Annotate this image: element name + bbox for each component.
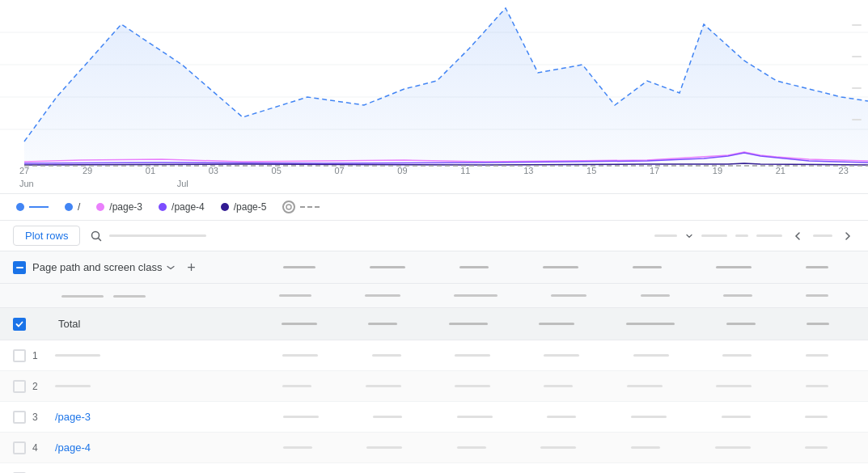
header-col-7 (806, 266, 828, 268)
row-3-right (256, 416, 855, 418)
chart-area: 27 29 01 03 05 07 09 11 13 15 17 19 21 2… (0, 0, 868, 194)
dashed-legend-line (300, 206, 320, 208)
x-label-19: 19 (713, 166, 722, 175)
row-1-checkbox[interactable] (13, 349, 26, 362)
row-2-num: 2 (32, 381, 49, 392)
header-col-5 (633, 266, 662, 268)
svg-line-6 (99, 238, 101, 240)
legend-item-page4: /page-4 (159, 201, 205, 213)
row-4-right (256, 446, 855, 449)
header-col-3 (459, 266, 489, 268)
plot-rows-button[interactable]: Plot rows (13, 226, 80, 246)
dimension-header: Page path and screen class (32, 261, 176, 273)
x-label-23: 23 (839, 166, 849, 175)
x-label-15: 15 (586, 166, 596, 175)
row-2-left: 2 (13, 380, 256, 393)
row-3-checkbox[interactable] (13, 411, 26, 424)
page3-legend-label: /page-3 (109, 201, 142, 213)
slash-legend-dot (65, 203, 73, 211)
toolbar-left: Plot rows (13, 226, 206, 246)
chart-svg (0, 0, 868, 174)
table-row: 3 /page-3 (0, 402, 868, 433)
row-1-num: 1 (32, 350, 49, 361)
header-checkbox[interactable] (13, 261, 26, 274)
row-4-label[interactable]: /page-4 (55, 441, 91, 454)
x-label-01: 01 (146, 166, 155, 175)
toolbar: Plot rows (0, 221, 868, 251)
search-container (90, 230, 206, 243)
table-row: 5 /page-5 (0, 463, 868, 473)
row-2-checkbox[interactable] (13, 380, 26, 393)
dropdown-chevron-icon[interactable] (165, 262, 176, 273)
month-jun: Jun (19, 179, 144, 188)
legend-item-page3: /page-3 (96, 201, 142, 213)
row-3-num: 3 (32, 412, 49, 423)
blue-legend-dot (16, 203, 24, 211)
pagination-total (756, 234, 782, 237)
x-label-29: 29 (83, 166, 92, 175)
table-row: 4 /page-4 (0, 433, 868, 463)
row-1-right (256, 354, 855, 357)
pagination-placeholder1 (654, 234, 677, 237)
header-left: Page path and screen class + (13, 260, 256, 276)
toolbar-right (654, 229, 855, 243)
search-placeholder (109, 234, 206, 237)
gear-settings-icon[interactable] (282, 201, 295, 213)
sub-header-left (36, 294, 252, 298)
row-4-left: 4 /page-4 (13, 441, 256, 454)
search-icon[interactable] (90, 230, 103, 243)
legend: / /page-3 /page-4 /page-5 (0, 194, 868, 221)
page4-legend-label: /page-4 (171, 201, 205, 213)
month-labels: Jun Jul (19, 179, 849, 188)
header-right-cols (256, 266, 855, 268)
next-page-button[interactable] (840, 229, 855, 243)
x-label-07: 07 (334, 166, 344, 175)
total-row-left: Total (13, 318, 256, 331)
dropdown-arrow[interactable] (685, 232, 693, 240)
prev-page-button[interactable] (790, 229, 805, 243)
pagination-of (735, 234, 748, 237)
row-4-num: 4 (32, 442, 49, 454)
header-col-2 (370, 266, 405, 268)
svg-point-4 (286, 205, 291, 209)
x-label-21: 21 (776, 166, 785, 175)
legend-item-blue (16, 203, 49, 211)
pagination-range (701, 234, 727, 237)
legend-item-slash: / (65, 201, 80, 213)
row-3-left: 3 /page-3 (13, 411, 256, 424)
table-row: 1 (0, 340, 868, 371)
page5-legend-dot (221, 203, 229, 211)
x-label-03: 03 (209, 166, 218, 175)
x-label-09: 09 (397, 166, 407, 175)
row-4-checkbox[interactable] (13, 441, 26, 454)
month-jul: Jul (177, 179, 188, 188)
x-label-17: 17 (650, 166, 659, 175)
page-number-placeholder (813, 234, 832, 237)
chevron-left-icon (792, 230, 803, 242)
total-row: Total (0, 308, 868, 340)
page4-legend-dot (159, 203, 167, 211)
table-row: 2 (0, 371, 868, 402)
table-header-row: Page path and screen class + (0, 251, 868, 284)
header-col-1 (283, 266, 315, 268)
table: Page path and screen class + (0, 251, 868, 473)
x-label-11: 11 (460, 166, 470, 175)
blue-legend-line (29, 206, 49, 208)
right-ticks (852, 24, 862, 120)
legend-item-dashed (282, 201, 320, 213)
header-col-4 (543, 266, 578, 268)
total-checkbox[interactable] (13, 318, 26, 331)
slash-legend-label: / (78, 201, 80, 213)
x-label-27: 27 (19, 166, 29, 175)
chevron-right-icon (842, 230, 853, 242)
dimension-header-label: Page path and screen class (32, 261, 162, 273)
page5-legend-label: /page-5 (234, 201, 267, 213)
add-dimension-button[interactable]: + (183, 260, 199, 276)
sub-header-row (0, 284, 868, 308)
total-label: Total (32, 318, 80, 330)
row-3-label[interactable]: /page-3 (55, 411, 91, 423)
header-col-6 (716, 266, 752, 268)
x-label-13: 13 (523, 166, 533, 175)
total-row-right (256, 323, 855, 325)
row-2-right (256, 385, 855, 387)
